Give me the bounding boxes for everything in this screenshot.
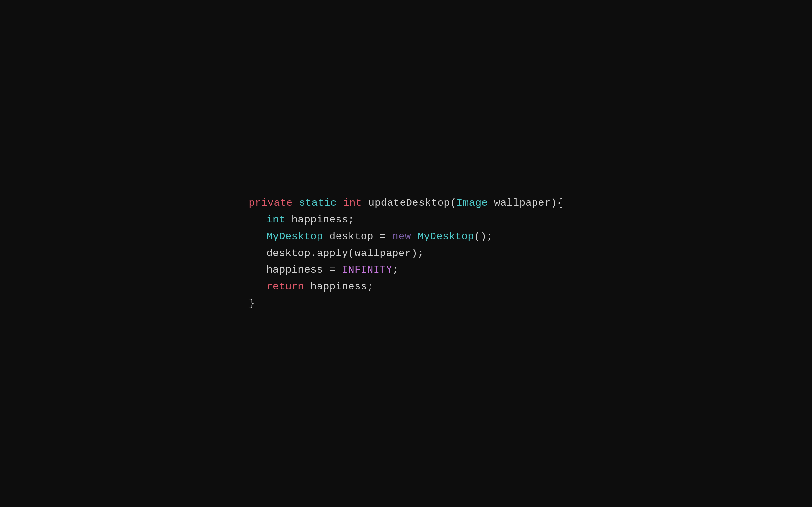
line7: } xyxy=(249,295,563,312)
line4: desktop.apply(wallpaper); xyxy=(249,245,563,262)
line3: MyDesktop desktop = new MyDesktop(); xyxy=(249,228,563,245)
line5: happiness = INFINITY; xyxy=(249,262,563,279)
line2: int happiness; xyxy=(249,212,563,228)
line6: return happiness; xyxy=(249,279,563,295)
line1: private static int updateDesktop(Image w… xyxy=(249,195,563,212)
code-block: private static int updateDesktop(Image w… xyxy=(249,195,563,312)
